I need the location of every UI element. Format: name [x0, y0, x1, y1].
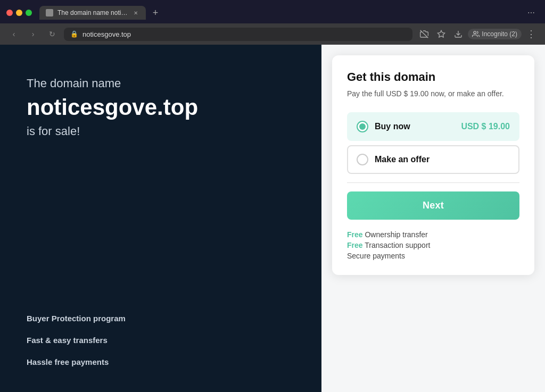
next-button[interactable]: Next — [347, 191, 519, 220]
right-panel: Get this domain Pay the full USD $ 19.00… — [321, 45, 545, 392]
toolbar-actions: Incognito (2) ⋮ — [417, 27, 539, 41]
minimize-window-button[interactable] — [16, 10, 22, 16]
intro-line1: The domain name — [27, 77, 295, 90]
active-tab[interactable]: The domain name noticesgov... ✕ — [39, 6, 146, 20]
browser-toolbar: ‹ › ↻ 🔒 noticesgove.top — [0, 23, 545, 45]
new-tab-button[interactable]: + — [148, 5, 163, 20]
free-tag-transaction: Free — [347, 241, 363, 249]
feature-buyer-protection: Buyer Protection program — [27, 314, 295, 323]
transaction-text: Transaction support — [365, 241, 430, 249]
features-list: Buyer Protection program Fast & easy tra… — [27, 314, 295, 366]
svg-point-3 — [474, 31, 476, 34]
forward-button[interactable]: › — [26, 27, 40, 41]
tab-bar: The domain name noticesgov... ✕ + — [39, 5, 519, 20]
feature-ownership: Free Ownership transfer — [347, 230, 519, 239]
page-content: The domain name noticesgove.top is for s… — [0, 45, 545, 392]
menu-button[interactable]: ⋮ — [524, 27, 539, 41]
domain-name: noticesgove.top — [27, 95, 295, 120]
tab-title: The domain name noticesgov... — [57, 9, 128, 16]
browser-chrome: The domain name noticesgov... ✕ + ⋯ ‹ › … — [0, 0, 545, 45]
left-panel: The domain name noticesgove.top is for s… — [0, 45, 321, 392]
incognito-button[interactable]: Incognito (2) — [468, 29, 522, 39]
address-text: noticesgove.top — [82, 30, 131, 38]
buy-now-label: Buy now — [375, 122, 461, 131]
star-icon[interactable] — [434, 27, 449, 41]
ownership-text: Ownership transfer — [365, 230, 427, 239]
incognito-label: Incognito (2) — [482, 30, 517, 38]
camera-off-icon[interactable] — [417, 27, 432, 41]
card-title: Get this domain — [347, 70, 519, 84]
maximize-window-button[interactable] — [26, 10, 32, 16]
feature-secure-payments: Secure payments — [347, 252, 519, 260]
close-window-button[interactable] — [6, 10, 13, 16]
browser-titlebar: The domain name noticesgov... ✕ + ⋯ — [0, 0, 545, 23]
feature-hassle-free: Hassle free payments — [27, 357, 295, 366]
buy-now-price: USD $ 19.00 — [461, 122, 510, 131]
tab-close-button[interactable]: ✕ — [132, 9, 139, 16]
domain-sale-text: is for sale! — [27, 124, 295, 138]
extensions-button[interactable]: ⋯ — [524, 5, 539, 20]
svg-line-0 — [420, 30, 428, 38]
make-offer-radio — [357, 154, 368, 165]
feature-transaction: Free Transaction support — [347, 241, 519, 249]
domain-card: Get this domain Pay the full USD $ 19.00… — [332, 55, 534, 275]
card-divider — [347, 182, 519, 183]
card-subtitle: Pay the full USD $ 19.00 now, or make an… — [347, 88, 519, 99]
make-offer-option[interactable]: Make an offer — [347, 145, 519, 174]
download-icon[interactable] — [451, 27, 466, 41]
buy-now-radio — [357, 121, 368, 132]
features-info: Free Ownership transfer Free Transaction… — [347, 230, 519, 260]
buy-now-option[interactable]: Buy now USD $ 19.00 — [347, 112, 519, 141]
back-button[interactable]: ‹ — [6, 27, 21, 41]
make-offer-label: Make an offer — [375, 155, 510, 164]
svg-marker-1 — [438, 30, 445, 37]
address-bar[interactable]: 🔒 noticesgove.top — [64, 28, 412, 41]
lock-icon: 🔒 — [70, 30, 78, 38]
refresh-button[interactable]: ↻ — [45, 27, 60, 41]
domain-intro: The domain name noticesgove.top is for s… — [27, 77, 295, 138]
traffic-lights — [6, 10, 32, 16]
feature-easy-transfers: Fast & easy transfers — [27, 336, 295, 345]
tab-favicon-icon — [46, 9, 53, 16]
free-tag-ownership: Free — [347, 230, 363, 239]
secure-payments-text: Secure payments — [347, 252, 405, 260]
